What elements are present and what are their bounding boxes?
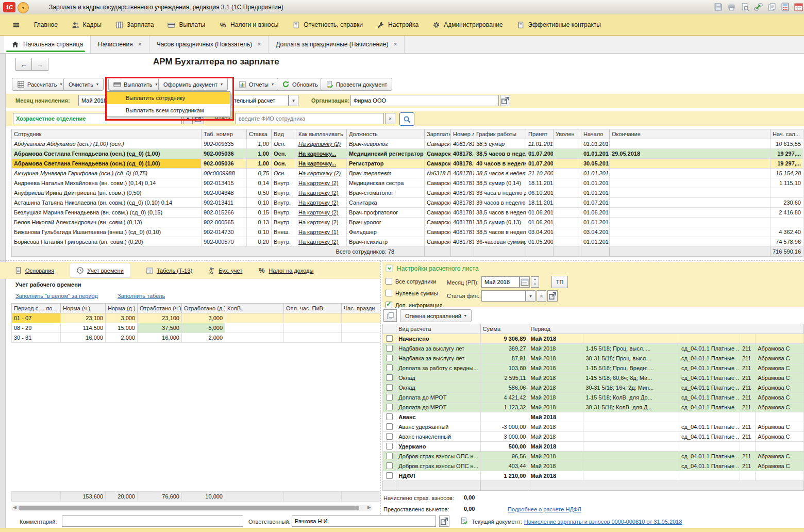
save-icon[interactable] [713, 2, 723, 11]
menu-item[interactable]: Главное [34, 21, 58, 28]
row-checkbox-icon[interactable] [386, 394, 393, 401]
tab[interactable]: Начальная страница [4, 36, 91, 53]
organization-input[interactable] [350, 95, 499, 106]
pay-card-link[interactable]: На карточку (2) [296, 169, 347, 178]
fin-article-combo[interactable] [481, 290, 526, 302]
calc-row[interactable]: Надбавка за выслугу лет389,27Май 20181-1… [383, 344, 804, 354]
ndfl-details-link[interactable]: Подробнее о расчете НДФЛ [508, 506, 581, 512]
fin-article-dropdown-icon[interactable]: ▾ [526, 290, 535, 302]
employee-column-header[interactable]: Номер л... [451, 129, 474, 139]
calculator-icon[interactable] [780, 2, 790, 11]
tab[interactable]: Доплата за праздничные (Начисление)× [269, 36, 405, 53]
tab[interactable]: Начисления× [91, 36, 149, 53]
timesheet-column-header[interactable]: Норма (ч.) [61, 304, 106, 313]
pay-card-link[interactable]: На карточку (2) [296, 188, 347, 198]
timesheet-column-header[interactable]: Период с ... по ... [12, 304, 61, 313]
scroll-left-icon[interactable]: ◀ [13, 505, 16, 510]
timesheet-row[interactable]: 08 - 29114,50015,00037,5005,000 [12, 323, 380, 333]
calc-row[interactable]: Начислено9 306,89Май 2018 [383, 334, 804, 344]
pay-card-link[interactable]: На карточку (2) [296, 198, 347, 208]
horizontal-splitter[interactable] [0, 260, 804, 261]
pay-menu-item[interactable]: Выплатить сотруднику [107, 92, 230, 104]
employee-column-header[interactable]: График работы [474, 129, 526, 139]
calc-column-header[interactable]: Период [528, 324, 583, 334]
pay-card-link[interactable]: На карточку... [296, 159, 347, 169]
row-checkbox-icon[interactable] [386, 443, 393, 450]
employee-column-header[interactable]: Должность [347, 129, 425, 139]
employee-row[interactable]: Абрамова Светлана Геннадьевна (осн.) (сд… [12, 149, 803, 159]
row-checkbox-icon[interactable] [386, 355, 393, 361]
employee-row[interactable]: Борисова Наталия Григорьевна (вн. совм.)… [12, 237, 803, 247]
fin-article-open-icon[interactable] [547, 290, 558, 302]
employee-column-header[interactable]: Как выплачивать [296, 129, 347, 139]
row-checkbox-icon[interactable] [386, 462, 393, 469]
period-month-input[interactable] [481, 276, 520, 288]
pay-card-link[interactable]: На карточку (2) [296, 139, 347, 149]
calc-row[interactable]: Оклад2 595,11Май 20181-15 5/18; 60,6ч; 8… [383, 373, 804, 383]
employee-column-header[interactable]: Нач. сал... [770, 129, 803, 139]
calc-row[interactable]: НДФЛ1 210,00Май 2018 [383, 471, 804, 481]
employee-column-header[interactable]: Зарплатны... [425, 129, 451, 139]
employee-column-header[interactable]: Окончание [610, 129, 770, 139]
undo-corrections-button[interactable]: Отмена исправлений▾ [400, 309, 472, 322]
copy-button[interactable] [383, 309, 397, 322]
collapse-chevron-icon[interactable] [386, 264, 393, 272]
row-checkbox-icon[interactable] [386, 364, 393, 371]
menu-item[interactable]: Отчетность, справки [292, 21, 363, 29]
menu-item[interactable]: Настройка [377, 21, 418, 29]
tab-close-icon[interactable]: × [138, 41, 142, 48]
timesheet-column-header[interactable]: КолВ. [225, 304, 284, 313]
search-button[interactable] [399, 112, 414, 126]
calc-row[interactable]: Добров.страх.взносы ОПС н...96,56Май 201… [383, 452, 804, 461]
calc-row[interactable]: Доплата за работу с вредны...103,80Май 2… [383, 363, 804, 373]
back-button[interactable]: ← [15, 58, 32, 71]
calc-column-header[interactable] [740, 324, 755, 334]
menu-item[interactable]: Зарплата [115, 21, 154, 29]
detail-tab[interactable]: Основания [14, 267, 54, 274]
period-spinner[interactable]: ▴▾ [531, 276, 539, 288]
fill-sheet-link[interactable]: Заполнить табель [118, 293, 165, 299]
employee-row[interactable]: Акчурина Мунавара Гарифовна (осн.) (сд_0… [12, 169, 803, 178]
row-checkbox-icon[interactable] [386, 453, 393, 459]
fin-article-clear-icon[interactable]: × [537, 290, 546, 302]
timesheet-column-header[interactable]: Отработано (ч.) [138, 304, 182, 313]
employee-row[interactable]: Абдуганиев Абдухамид (осн.) (1,00) (осн.… [12, 139, 803, 149]
settings-checkbox[interactable]: Все сотрудники [386, 275, 442, 287]
tab-close-icon[interactable]: × [257, 41, 261, 48]
tab[interactable]: Часов праздничных (Показатель)× [149, 36, 269, 53]
calendar-icon[interactable] [794, 2, 803, 11]
pay-card-link[interactable]: На карточку (1) [296, 227, 347, 237]
employee-column-header[interactable]: Ставка [247, 129, 272, 139]
pay-card-link[interactable]: На карточку (2) [296, 237, 347, 247]
employee-row[interactable]: Абрамова Светлана Геннадьевна (осн.) (сд… [12, 159, 803, 169]
calc-row[interactable]: Доплата до МРОТ4 421,42Май 20181-15 5/18… [383, 393, 804, 403]
calc-column-header[interactable] [756, 324, 804, 334]
responsible-open-icon[interactable] [439, 516, 449, 527]
menu-item[interactable]: Эффективные контракты [517, 21, 601, 29]
employee-column-header[interactable]: Вид [272, 129, 296, 139]
timesheet-column-header[interactable]: Опл. час. ПиВ [284, 304, 342, 313]
responsible-input[interactable] [292, 516, 436, 527]
refresh-button[interactable]: Обновить [277, 78, 323, 91]
search-input[interactable] [236, 113, 384, 124]
pay-card-link[interactable]: На карточку (2) [296, 208, 347, 218]
calculate-button[interactable]: Рассчитать▾ [12, 78, 67, 91]
checkbox-icon[interactable] [386, 278, 392, 285]
calc-row[interactable]: АвансМай 2018 [383, 412, 804, 422]
calc-row[interactable]: Аванс удержанный-3 000,00Май 2018сд_04.0… [383, 422, 804, 432]
checkbox-icon[interactable] [386, 302, 392, 308]
calc-row[interactable]: Удержано500,00Май 2018 [383, 442, 804, 452]
employee-row[interactable]: Асташина Татьяна Николаевна (вн. совм.) … [12, 198, 803, 208]
employee-column-header[interactable]: Начало [581, 129, 610, 139]
settings-checkbox[interactable]: Нулевые суммы [386, 287, 442, 299]
calc-column-header[interactable]: Сумма [480, 324, 528, 334]
row-checkbox-icon[interactable] [386, 374, 393, 381]
timesheet-column-header[interactable]: Норма (д.) [106, 304, 138, 313]
row-checkbox-icon[interactable] [386, 433, 393, 440]
post-document-button[interactable]: Провести документ [321, 78, 392, 91]
calc-column-header[interactable] [583, 324, 679, 334]
forward-button[interactable]: → [31, 58, 48, 71]
calc-column-header[interactable]: Вид расчета [396, 324, 480, 334]
pay-menu-item[interactable]: Выплатить всем сотрудникам [107, 104, 230, 117]
horizontal-scrollbar[interactable]: ◀ ▶ [11, 505, 373, 511]
